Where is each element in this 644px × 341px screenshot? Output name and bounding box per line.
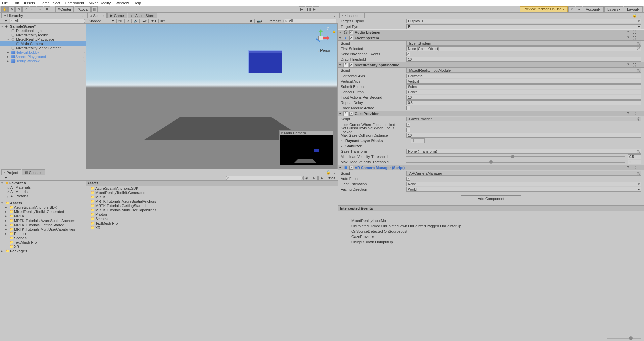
property-checkbox[interactable]: ✓	[406, 52, 410, 56]
hierarchy-item[interactable]: ▢Directional Light	[0, 28, 86, 33]
packages-folder[interactable]: ▸📁 Packages	[0, 249, 86, 253]
slider-value[interactable]: 0.5	[628, 154, 641, 159]
hierarchy-item[interactable]: ▸ SharedPlayground›	[0, 54, 86, 59]
hierarchy-item[interactable]: ▸ NetworkLobby›	[0, 50, 86, 54]
inspector-tab[interactable]: ⓘ Inspector	[339, 13, 365, 18]
help-icon[interactable]: ?	[627, 30, 631, 34]
input-enable-checkbox[interactable]: ✓	[349, 63, 353, 67]
hierarchy-tree[interactable]: ▾◈SampleScene*⋮▢Directional Light▢MixedR…	[0, 24, 86, 169]
folder-item[interactable]: 📁 Scenes	[0, 236, 86, 240]
game-tab[interactable]: ▶ Game	[107, 13, 127, 18]
hierarchy-item[interactable]: ▾▢MixedRealityPlayspace	[0, 37, 86, 41]
menu-window[interactable]: Window	[115, 1, 129, 5]
help-icon[interactable]: ?	[627, 36, 631, 40]
preset-icon[interactable]: ⛶	[633, 112, 637, 115]
preset-icon[interactable]: ⛶	[633, 36, 637, 40]
property-field[interactable]: Cancel	[406, 90, 641, 94]
property-field[interactable]: 10	[406, 133, 641, 138]
filter-by-label-icon[interactable]: 🏷	[311, 176, 318, 180]
asset-item[interactable]: 📁 XR	[86, 225, 338, 230]
scene-tab[interactable]: # Scene	[87, 13, 107, 18]
hierarchy-item[interactable]: ▢Main Camera	[0, 41, 86, 46]
hand-tool[interactable]: ✋	[1, 6, 8, 12]
add-component-button[interactable]: Add Component	[461, 195, 521, 202]
menu-assets[interactable]: Assets	[24, 1, 35, 5]
grid-toggle[interactable]: ▦▾	[158, 19, 167, 23]
hidden-count-icon[interactable]: 👁23	[326, 176, 337, 180]
2d-toggle[interactable]: 2D	[116, 19, 125, 23]
property-field[interactable]: 10	[406, 57, 641, 62]
hierarchy-item[interactable]: ▸ DebugWindow›	[0, 59, 86, 63]
lock-icon[interactable]: 🔒	[632, 13, 637, 18]
folder-item[interactable]: ▸📁 MixedRealityToolkit.Generated	[0, 209, 86, 214]
asset-item[interactable]: 📁 MRTK	[86, 195, 338, 199]
hierarchy-tab[interactable]: ≡ Hierarchy	[1, 13, 26, 18]
property-field[interactable]: Submit	[406, 84, 641, 89]
custom-tool[interactable]: ✖	[44, 6, 50, 12]
favorite-item[interactable]: ⌕ All Models	[0, 189, 86, 194]
pause-button[interactable]: ❚❚	[306, 6, 312, 12]
audio-toggle[interactable]: 🔊	[132, 19, 140, 23]
asset-item[interactable]: 📁 Scenes	[86, 216, 338, 221]
create-dropdown[interactable]: + ▾	[1, 19, 8, 23]
stabilizer-foldout[interactable]: Stabilizer	[345, 144, 410, 148]
tab-menu-icon[interactable]: ⋮	[81, 13, 85, 18]
menu-mixedreality[interactable]: Mixed Reality	[89, 1, 111, 5]
camera-icon[interactable]: 📷▾	[255, 19, 264, 23]
audio-enable-checkbox[interactable]: ✓	[349, 30, 353, 34]
hierarchy-item[interactable]: ▢MixedRealitySceneContent	[0, 46, 86, 50]
lock-icon[interactable]: 🔒	[332, 30, 336, 33]
save-search-icon[interactable]: ★	[318, 176, 325, 180]
gizmos-dropdown[interactable]: Gizmos ▾	[265, 19, 283, 23]
project-folder-tree[interactable]: ▾★ Favorites⌕ All Materials⌕ All Models⌕…	[0, 181, 86, 341]
menu-gameobject[interactable]: GameObject	[40, 1, 60, 5]
step-button[interactable]: ▶❘	[313, 6, 319, 12]
property-field[interactable]: 0.5	[406, 100, 641, 105]
scene-viewport[interactable]: y ◁ Persp 🔒 ▾Main Camera	[86, 24, 338, 169]
project-create[interactable]: + ▾	[1, 176, 8, 180]
target-eye-field[interactable]: Both▾	[406, 24, 641, 29]
event-enable-checkbox[interactable]: ✓	[349, 36, 353, 40]
folder-item[interactable]: ▸📁 MRTK.Tutorials.AzureSpatialAnchors	[0, 218, 86, 223]
menu-help[interactable]: Help	[134, 1, 141, 5]
asset-item[interactable]: 📁 MRTK.Tutorials.AzureSpatialAnchors	[86, 199, 338, 203]
assets-folder[interactable]: ▾📁 Assets	[0, 201, 86, 205]
folder-item[interactable]: ▸📁 MRTK.Tutorials.MultiUserCapabilities	[0, 227, 86, 231]
collab-icon[interactable]: ⟲	[568, 6, 575, 12]
layers-dropdown[interactable]: Layers ▾	[604, 6, 623, 12]
help-icon[interactable]: ?	[627, 166, 631, 169]
target-display-field[interactable]: Display 1▾	[406, 19, 641, 23]
slider-value[interactable]: 2	[628, 160, 641, 164]
folder-item[interactable]: ▸📁 MRTK	[0, 214, 86, 218]
tab-menu-icon[interactable]: ⋮	[639, 13, 643, 18]
property-field[interactable]: None (Game Object)⊙	[406, 46, 641, 51]
console-tab[interactable]: ▤ Console	[22, 169, 45, 175]
property-field[interactable]: World▾	[406, 187, 641, 192]
project-search[interactable]	[226, 176, 303, 180]
property-checkbox[interactable]	[406, 128, 410, 132]
menu-icon[interactable]: ⋮	[638, 30, 643, 34]
asset-item[interactable]: 📁 MRTK.Tutorials.MultiUserCapabilities	[86, 208, 338, 212]
favorites-header[interactable]: ▾★ Favorites	[0, 181, 86, 185]
favorite-item[interactable]: ⌕ All Materials	[0, 185, 86, 189]
orientation-gizmo[interactable]	[310, 28, 331, 48]
hierarchy-item[interactable]: ▢MixedRealityToolkit	[0, 33, 86, 37]
project-asset-list[interactable]: Assets 📁 AzureSpatialAnchors.SDK📁 MixedR…	[86, 181, 338, 341]
project-tab[interactable]: ▪ Project	[1, 169, 21, 175]
preset-icon[interactable]: ⛶	[633, 63, 637, 67]
menu-icon[interactable]: ⋮	[638, 36, 643, 40]
audio-listener-header[interactable]: ▾🎧✓Audio Listener?⛶⋮	[338, 29, 644, 35]
rect-tool[interactable]: ▭	[30, 6, 36, 12]
gaze-provider-header[interactable]: ▾#✓GazeProvider?⛶⋮	[338, 111, 644, 116]
scale-tool[interactable]: ⤢	[22, 6, 29, 12]
menu-component[interactable]: Component	[65, 1, 84, 5]
folder-item[interactable]: ▸📁 Photon	[0, 231, 86, 236]
folder-item[interactable]: 📁 XR	[0, 244, 86, 249]
hierarchy-search[interactable]: All	[9, 19, 85, 23]
gaze-transform-field[interactable]: None (Transform)⊙	[406, 149, 641, 154]
scene-row[interactable]: ▾◈SampleScene*⋮	[0, 24, 86, 28]
menu-file[interactable]: File	[2, 1, 8, 5]
favorite-item[interactable]: ⌕ All Prefabs	[0, 194, 86, 198]
account-dropdown[interactable]: Account ▾	[583, 6, 604, 12]
asset-item[interactable]: 📁 MixedRealityToolkit.Generated	[86, 190, 338, 195]
